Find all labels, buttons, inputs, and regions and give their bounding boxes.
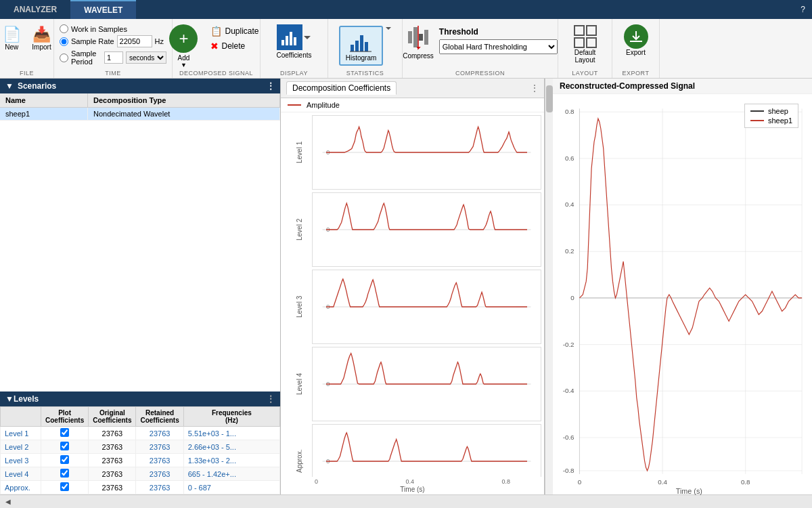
waveform-svg-0: 0 (313, 116, 541, 189)
file-group-label: FILE (20, 70, 34, 77)
duplicate-icon: 📋 (210, 26, 222, 37)
threshold-label: Threshold (439, 27, 558, 37)
work-in-samples-row[interactable]: Work in Samples (60, 24, 127, 33)
decomposition-legend: Amplitude (281, 98, 544, 112)
svg-rect-13 (574, 26, 584, 35)
level-retained-2: 23763 (136, 454, 183, 467)
compress-label: Compress (403, 52, 434, 60)
levels-row-1[interactable]: Level 2 23763 23763 2.66e+03 - 5... (1, 440, 280, 454)
level-plot-4[interactable] (41, 481, 89, 494)
left-panel: ▼ Scenarios ⋮ Name Decomposition Type sh… (0, 79, 281, 494)
add-button[interactable]: + (169, 24, 198, 53)
ribbon: 📄 New 📥 Import FILE Work in Samples Samp… (0, 19, 812, 79)
level-plot-checkbox-2[interactable] (60, 455, 69, 464)
waveform-svg-2: 0 (313, 270, 541, 343)
status-bar: ◀ (0, 494, 812, 508)
svg-rect-11 (419, 34, 423, 41)
new-button[interactable]: 📄 New (0, 24, 25, 54)
level-name-3: Level 4 (1, 467, 41, 481)
col-header-type: Decomposition Type (88, 93, 280, 107)
center-x-label: 0 0.4 0.8 Time (s) (281, 477, 544, 494)
decomposition-panel-header: Decomposition Coefficients ⋮ (281, 79, 544, 98)
default-layout-button[interactable]: Default Layout (564, 24, 606, 64)
level-plot-checkbox-0[interactable] (60, 428, 69, 437)
threshold-select[interactable]: Global Hard Thresholding (439, 39, 558, 54)
import-button[interactable]: 📥 Import (28, 24, 55, 54)
level-name-4: Approx. (1, 481, 41, 494)
waveform-row-level-3: Level 30 (284, 270, 541, 344)
waveform-path-3 (326, 354, 527, 384)
waveform-plot-3: 0 (312, 347, 541, 421)
svg-text:-0.6: -0.6 (563, 433, 574, 441)
svg-text:0.2: 0.2 (565, 247, 574, 255)
center-scrollbar[interactable] (545, 79, 553, 494)
scenario-row-sheep1[interactable]: sheep1 Nondecimated Wavelet (0, 108, 280, 121)
top-tab-bar: ANALYZER WAVELET ? (0, 0, 812, 19)
histogram-button[interactable]: Histogram (339, 26, 384, 66)
work-in-samples-label: Work in Samples (71, 25, 127, 33)
sample-period-label: Sample Period (71, 49, 102, 66)
export-button[interactable]: Export (624, 24, 648, 56)
svg-rect-1 (286, 36, 288, 45)
export-icon (624, 24, 648, 49)
sample-rate-row[interactable]: Sample Rate Hz (60, 35, 164, 47)
waveform-plot-2: 0 (312, 270, 541, 344)
levels-row-4[interactable]: Approx. 23763 23763 0 - 687 (1, 481, 280, 494)
level-original-1: 23763 (89, 440, 136, 454)
level-plot-checkbox-3[interactable] (60, 469, 69, 478)
levels-col-plot: PlotCoefficients (41, 407, 89, 427)
export-group-label: EXPORT (623, 70, 650, 77)
legend-sheep1: sheep1 (750, 117, 792, 125)
delete-button[interactable]: ✖ Delete (206, 39, 263, 53)
add-label: Add (178, 54, 190, 62)
levels-toggle[interactable]: ▼ (5, 394, 14, 404)
work-in-samples-radio[interactable] (60, 24, 68, 33)
decomposition-tab[interactable]: Decomposition Coefficients (286, 81, 397, 95)
sample-period-unit-select[interactable]: seconds (126, 51, 166, 64)
x-label-08: 0.8 (501, 478, 510, 485)
svg-text:Time (s): Time (s) (676, 487, 702, 495)
level-plot-checkbox-4[interactable] (60, 482, 69, 491)
waveform-area[interactable]: Level 10Level 20Level 30Level 40Approx.0 (281, 112, 544, 477)
waveform-plot-4: 0 (312, 424, 541, 477)
duplicate-button[interactable]: 📋 Duplicate (206, 24, 263, 38)
level-freq-4: 0 - 687 (183, 481, 279, 494)
sample-rate-radio[interactable] (60, 37, 68, 46)
decomposition-panel-menu[interactable]: ⋮ (531, 83, 539, 93)
svg-rect-0 (281, 40, 284, 45)
statistics-dropdown-arrow[interactable] (386, 24, 391, 30)
x-label-0: 0 (315, 478, 318, 485)
levels-menu[interactable]: ⋮ (267, 394, 275, 404)
right-chart-svg: 0.8 0.6 0.4 0.2 0 -0.2 -0.4 -0.6 -0.8 (560, 101, 805, 488)
coefficients-button[interactable]: Coefficients (276, 24, 311, 59)
scenarios-menu[interactable]: ⋮ (267, 81, 275, 91)
waveform-row-level-1: Level 10 (284, 115, 541, 190)
sample-period-radio[interactable] (60, 54, 68, 62)
scenario-type: Nondecimated Wavelet (88, 108, 280, 120)
level-plot-3[interactable] (41, 467, 89, 481)
sample-period-input[interactable] (104, 51, 123, 64)
tab-analyzer[interactable]: ANALYZER (0, 0, 70, 19)
sample-rate-label: Sample Rate (71, 37, 114, 45)
svg-text:0.8: 0.8 (741, 478, 750, 486)
level-plot-checkbox-1[interactable] (60, 442, 69, 450)
sample-rate-input[interactable] (117, 35, 152, 47)
level-plot-0[interactable] (41, 427, 89, 440)
level-freq-3: 665 - 1.42e+... (183, 467, 279, 481)
compress-button[interactable] (405, 24, 431, 52)
tab-wavelet[interactable]: WAVELET (70, 0, 136, 19)
levels-row-0[interactable]: Level 1 23763 23763 5.51e+03 - 1... (1, 427, 280, 440)
waveform-path-4 (326, 433, 527, 461)
level-plot-2[interactable] (41, 454, 89, 467)
levels-row-2[interactable]: Level 3 23763 23763 1.33e+03 - 2... (1, 454, 280, 467)
level-freq-2: 1.33e+03 - 2... (183, 454, 279, 467)
coefficients-dropdown[interactable] (304, 36, 311, 39)
scenarios-toggle[interactable]: ▼ (5, 81, 14, 91)
levels-row-3[interactable]: Level 4 23763 23763 665 - 1.42e+... (1, 467, 280, 481)
level-plot-1[interactable] (41, 440, 89, 454)
add-dropdown-arrow[interactable]: ▼ (181, 62, 187, 68)
help-button[interactable]: ? (794, 0, 812, 19)
status-left-icon[interactable]: ◀ (5, 498, 11, 505)
scrollbar-thumb[interactable] (546, 85, 553, 112)
sample-period-row[interactable]: Sample Period seconds (60, 49, 166, 66)
